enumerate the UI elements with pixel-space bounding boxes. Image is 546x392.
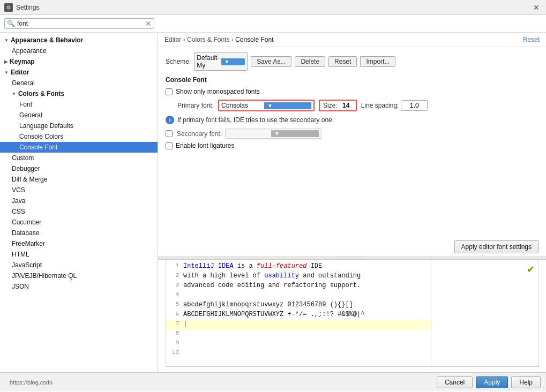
sidebar-item-label: JPA/EJB/Hibernate QL bbox=[12, 272, 77, 280]
line-content-2: with a high level of usability and outst… bbox=[183, 272, 431, 282]
sidebar-item-appearance-behavior[interactable]: Appearance & Behavior bbox=[0, 35, 158, 46]
sidebar-item-label: JavaScript bbox=[12, 261, 42, 269]
preview-right: ✔ bbox=[431, 260, 538, 366]
code-area: 1 IntelliJ IDEA is a full-featured IDE 2… bbox=[166, 260, 431, 361]
watermark: https://blog.csdn bbox=[5, 379, 433, 386]
code-line-2: 2 with a high level of usability and out… bbox=[166, 272, 431, 282]
line-num-3: 3 bbox=[166, 282, 183, 291]
sidebar: Appearance & Behavior Appearance Keymap … bbox=[0, 33, 158, 372]
size-label: Size: bbox=[323, 102, 338, 109]
sidebar-item-label: FreeMarker bbox=[12, 240, 45, 247]
sidebar-item-javascript[interactable]: JavaScript bbox=[0, 260, 158, 270]
reset-link[interactable]: Reset bbox=[523, 36, 540, 43]
code-line-3: 3 advanced code editing and refactoring … bbox=[166, 282, 431, 291]
search-input-wrap[interactable]: 🔍 ✕ bbox=[4, 18, 154, 29]
sidebar-item-vcs[interactable]: VCS bbox=[0, 185, 158, 195]
line-content-6: ABCDEFGHIJKLMNOPQRSTUVWXYZ +-*/= .,;:!? … bbox=[183, 311, 431, 320]
window-title: Settings bbox=[16, 4, 39, 11]
primary-font-dropdown[interactable]: Consolas ▼ bbox=[218, 100, 315, 111]
close-button[interactable]: ✕ bbox=[531, 2, 542, 13]
sidebar-item-language-defaults[interactable]: Language Defaults bbox=[0, 120, 158, 131]
info-icon: i bbox=[166, 116, 174, 124]
search-clear-icon[interactable]: ✕ bbox=[145, 20, 152, 27]
linespace-label: Line spacing: bbox=[361, 102, 399, 109]
sidebar-item-console-colors[interactable]: Console Colors bbox=[0, 131, 158, 142]
preview-left: 1 IntelliJ IDEA is a full-featured IDE 2… bbox=[166, 260, 431, 366]
search-input[interactable] bbox=[17, 20, 145, 27]
monospace-checkbox-row: Show only monospaced fonts bbox=[166, 88, 538, 95]
code-line-7: 7 | bbox=[166, 320, 431, 330]
primary-font-value: Consolas bbox=[221, 102, 262, 109]
checkmark-icon: ✔ bbox=[527, 263, 535, 275]
ligatures-label[interactable]: Enable font ligatures bbox=[176, 142, 234, 149]
sidebar-item-label: Appearance bbox=[12, 47, 47, 55]
sidebar-item-label: Diff & Merge bbox=[12, 176, 47, 183]
line-content-5: abcdefghijklmnopqrstuvwxyz 0123456789 ()… bbox=[183, 301, 431, 311]
line-content-9 bbox=[183, 340, 431, 349]
sidebar-item-editor[interactable]: Editor bbox=[0, 67, 158, 78]
scheme-dropdown[interactable]: Default-My ▼ bbox=[194, 52, 248, 71]
scheme-dropdown-arrow: ▼ bbox=[221, 58, 245, 65]
sidebar-item-cucumber[interactable]: Cucumber bbox=[0, 217, 158, 228]
sidebar-item-font[interactable]: Font bbox=[0, 99, 158, 110]
reset-button[interactable]: Reset bbox=[328, 56, 357, 67]
apply-editor-font-button[interactable]: Apply editor font settings bbox=[454, 240, 538, 253]
sidebar-item-label: Debugger bbox=[12, 165, 40, 172]
sidebar-item-database[interactable]: Database bbox=[0, 228, 158, 238]
sidebar-item-label: Console Colors bbox=[19, 133, 63, 140]
monospace-checkbox[interactable] bbox=[166, 88, 173, 95]
sidebar-item-jpa-ejb[interactable]: JPA/EJB/Hibernate QL bbox=[0, 270, 158, 281]
sidebar-item-general[interactable]: General bbox=[0, 78, 158, 88]
sidebar-item-label: VCS bbox=[12, 186, 25, 194]
line-content-1: IntelliJ IDEA is a full-featured IDE bbox=[183, 262, 431, 272]
line-num-7: 7 bbox=[166, 320, 183, 330]
code-line-8: 8 bbox=[166, 330, 431, 340]
line-content-3: advanced code editing and refactoring su… bbox=[183, 282, 431, 291]
sidebar-item-label: General bbox=[19, 111, 42, 119]
monospace-label[interactable]: Show only monospaced fonts bbox=[176, 88, 260, 95]
code-line-6: 6 ABCDEFGHIJKLMNOPQRSTUVWXYZ +-*/= .,;:!… bbox=[166, 311, 431, 320]
apply-button[interactable]: Apply bbox=[476, 376, 508, 388]
sidebar-item-debugger[interactable]: Debugger bbox=[0, 163, 158, 174]
primary-font-arrow: ▼ bbox=[264, 102, 311, 109]
sidebar-item-appearance[interactable]: Appearance bbox=[0, 46, 158, 56]
info-row: i If primary font fails, IDE tries to us… bbox=[166, 116, 538, 124]
expand-icon-colors-fonts bbox=[12, 92, 16, 96]
search-bar: 🔍 ✕ bbox=[0, 15, 546, 33]
content-area: Editor › Colors & Fonts › Console Font R… bbox=[158, 33, 546, 372]
breadcrumb-part-1: Editor bbox=[164, 36, 181, 43]
watermark-text: https://blog.csdn bbox=[10, 379, 53, 386]
import-button[interactable]: Import... bbox=[360, 56, 395, 67]
size-group: Size: 14 bbox=[319, 100, 357, 111]
sidebar-item-freemarker[interactable]: FreeMarker bbox=[0, 238, 158, 249]
code-line-1: 1 IntelliJ IDEA is a full-featured IDE bbox=[166, 262, 431, 272]
sidebar-item-console-font[interactable]: Console Font bbox=[0, 142, 158, 153]
sidebar-item-css[interactable]: CSS bbox=[0, 206, 158, 217]
sidebar-item-diff-merge[interactable]: Diff & Merge bbox=[0, 174, 158, 185]
cancel-button[interactable]: Cancel bbox=[437, 376, 473, 388]
sidebar-item-custom[interactable]: Custom bbox=[0, 153, 158, 163]
scheme-label: Scheme: bbox=[166, 58, 191, 65]
primary-font-row: Primary font: Consolas ▼ Size: 14 Line s… bbox=[166, 100, 538, 111]
sidebar-item-java[interactable]: Java bbox=[0, 195, 158, 206]
delete-button[interactable]: Delete bbox=[295, 56, 325, 67]
line-num-9: 9 bbox=[166, 340, 183, 349]
title-bar: ⚙ Settings ✕ bbox=[0, 0, 546, 15]
secondary-font-checkbox[interactable] bbox=[166, 130, 173, 137]
secondary-font-dropdown[interactable]: ▼ bbox=[225, 129, 321, 139]
sidebar-item-label: Appearance & Behavior bbox=[11, 36, 83, 44]
sidebar-item-label: Database bbox=[12, 229, 39, 237]
sidebar-item-json[interactable]: JSON bbox=[0, 281, 158, 292]
sidebar-item-colors-fonts[interactable]: Colors & Fonts bbox=[0, 88, 158, 99]
line-content-7: | bbox=[183, 320, 431, 330]
ligatures-checkbox[interactable] bbox=[166, 142, 173, 149]
linespace-group: Line spacing: bbox=[361, 100, 428, 111]
apply-btn-row: Apply editor font settings bbox=[158, 238, 546, 257]
save-as-button[interactable]: Save As... bbox=[251, 56, 291, 67]
help-button[interactable]: Help bbox=[511, 376, 541, 388]
sidebar-item-keymap[interactable]: Keymap bbox=[0, 56, 158, 67]
linespace-input[interactable] bbox=[401, 100, 428, 111]
sidebar-item-general2[interactable]: General bbox=[0, 110, 158, 120]
sidebar-item-label: JSON bbox=[12, 283, 29, 290]
sidebar-item-html[interactable]: HTML bbox=[0, 249, 158, 260]
